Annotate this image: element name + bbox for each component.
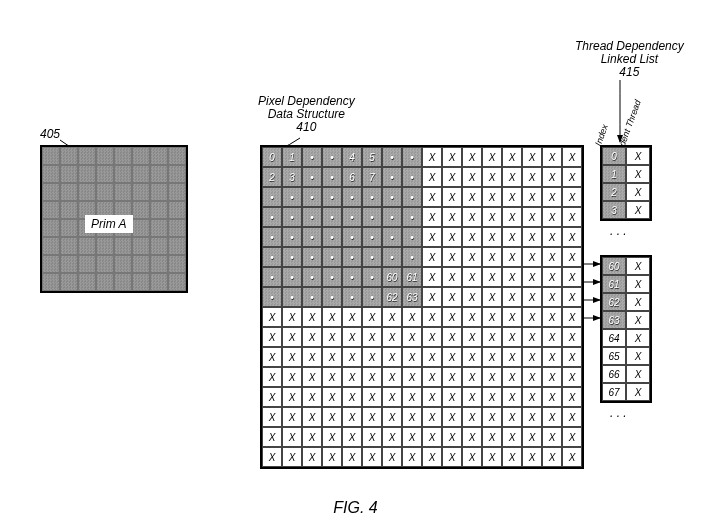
pds-cell: X xyxy=(262,347,282,367)
pds-cell: X xyxy=(282,447,302,467)
pds-cell: X xyxy=(402,447,422,467)
pds-cell: X xyxy=(442,267,462,287)
prim-cell xyxy=(96,147,114,165)
pds-cell: • xyxy=(382,207,402,227)
pds-cell: X xyxy=(482,187,502,207)
pds-cell: X xyxy=(502,187,522,207)
pds-cell: X xyxy=(402,387,422,407)
prim-cell xyxy=(114,237,132,255)
pds-cell: X xyxy=(522,387,542,407)
pds-cell: 1 xyxy=(282,147,302,167)
pds-cell: X xyxy=(302,307,322,327)
pds-cell: X xyxy=(342,407,362,427)
prim-cell xyxy=(114,147,132,165)
pds-cell: X xyxy=(522,307,542,327)
prim-cell xyxy=(150,219,168,237)
tdll-index-cell: 61 xyxy=(602,275,626,293)
pds-cell: X xyxy=(362,447,382,467)
pds-cell: • xyxy=(302,167,322,187)
pds-cell: • xyxy=(262,227,282,247)
pds-cell: • xyxy=(322,287,342,307)
pds-cell: X xyxy=(342,447,362,467)
pds-cell: X xyxy=(522,167,542,187)
pds-cell: X xyxy=(382,327,402,347)
prim-cell xyxy=(114,165,132,183)
prim-cell xyxy=(132,255,150,273)
pds-cell: X xyxy=(402,347,422,367)
tdll-bottom-container: 60X61X62X63X64X65X66X67X xyxy=(600,255,652,403)
pds-cell: • xyxy=(322,207,342,227)
pds-cell: X xyxy=(482,407,502,427)
pds-cell: X xyxy=(542,427,562,447)
pds-cell: X xyxy=(462,347,482,367)
pds-cell: X xyxy=(342,427,362,447)
pds-cell: X xyxy=(502,327,522,347)
prim-cell xyxy=(132,183,150,201)
pds-cell: X xyxy=(462,307,482,327)
pds-cell: • xyxy=(362,267,382,287)
pds-cell: • xyxy=(342,247,362,267)
pds-cell: • xyxy=(402,227,422,247)
pds-cell: X xyxy=(262,387,282,407)
pds-cell: • xyxy=(282,287,302,307)
pds-cell: X xyxy=(422,307,442,327)
prim-cell xyxy=(60,219,78,237)
pds-cell: • xyxy=(322,187,342,207)
pds-cell: • xyxy=(402,147,422,167)
pds-cell: • xyxy=(382,187,402,207)
prim-cell xyxy=(96,273,114,291)
tdll-title: Thread Dependency Linked List 415 xyxy=(575,40,684,80)
pds-cell: X xyxy=(262,407,282,427)
pds-cell: X xyxy=(482,207,502,227)
prim-cell xyxy=(114,273,132,291)
pds-cell: X xyxy=(462,207,482,227)
pds-cell: X xyxy=(302,327,322,347)
pds-cell: X xyxy=(322,387,342,407)
prim-cell xyxy=(78,183,96,201)
pds-cell: • xyxy=(262,267,282,287)
pds-cell: X xyxy=(282,307,302,327)
pds-cell: X xyxy=(442,227,462,247)
prim-cell xyxy=(150,237,168,255)
pds-cell: X xyxy=(522,267,542,287)
prim-cell xyxy=(114,255,132,273)
pds-cell: X xyxy=(362,307,382,327)
prim-cell xyxy=(168,219,186,237)
prim-cell xyxy=(60,183,78,201)
pds-cell: X xyxy=(442,327,462,347)
tdll-top-container: 0X1X2X3X xyxy=(600,145,652,221)
pds-cell: X xyxy=(442,207,462,227)
tdll-top-grid: 0X1X2X3X xyxy=(600,145,652,221)
pds-cell: • xyxy=(342,207,362,227)
ref-415: 415 xyxy=(575,66,684,79)
pds-cell: X xyxy=(442,347,462,367)
pds-cell: X xyxy=(482,227,502,247)
prim-cell xyxy=(168,237,186,255)
pds-cell: X xyxy=(302,347,322,367)
pds-cell: X xyxy=(562,147,582,167)
pds-cell: X xyxy=(422,407,442,427)
pds-cell: X xyxy=(382,387,402,407)
pds-cell: X xyxy=(522,247,542,267)
prim-cell xyxy=(42,255,60,273)
pds-cell: X xyxy=(322,307,342,327)
pds-cell: X xyxy=(342,347,362,367)
prim-cell xyxy=(114,183,132,201)
pds-cell: 7 xyxy=(362,167,382,187)
pds-cell: X xyxy=(542,387,562,407)
pds-cell: X xyxy=(542,327,562,347)
tdll-dep-cell: X xyxy=(626,347,650,365)
pds-cell: • xyxy=(302,267,322,287)
pds-cell: • xyxy=(402,247,422,267)
prim-label: Prim A xyxy=(85,215,133,233)
pds-cell: X xyxy=(442,427,462,447)
ref-405: 405 xyxy=(40,127,60,141)
tdll-index-cell: 67 xyxy=(602,383,626,401)
pds-cell: X xyxy=(322,347,342,367)
pds-cell: • xyxy=(262,247,282,267)
pds-cell: • xyxy=(322,167,342,187)
pds-cell: X xyxy=(542,187,562,207)
prim-cell xyxy=(60,273,78,291)
pds-cell: X xyxy=(502,387,522,407)
pds-cell: • xyxy=(322,227,342,247)
